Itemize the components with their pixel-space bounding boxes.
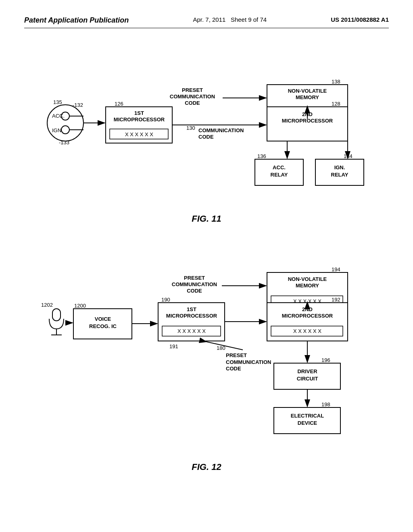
pub-date: Apr. 7, 2011 bbox=[193, 16, 225, 23]
label-1200: 1200 bbox=[74, 303, 86, 309]
preset-comm2-label2: COMMUNICATION bbox=[226, 359, 271, 365]
label-136: 136 bbox=[257, 153, 266, 159]
proc2-12-data: X X X X X X bbox=[293, 328, 321, 334]
nvm-label1: NON-VOLATILE bbox=[288, 88, 327, 94]
page-header: Patent Application Publication Apr. 7, 2… bbox=[24, 16, 389, 28]
fig11-diagram: ACC. IGN. 135 -132 -133 1ST MICROPROCESS… bbox=[25, 44, 388, 206]
electrical-label2: DEVICE bbox=[298, 420, 317, 426]
preset-comm-code-label1: PRESET bbox=[182, 87, 203, 93]
fig12-label: FIG. 12 bbox=[24, 462, 389, 472]
proc1-12-data: X X X X X X bbox=[177, 328, 206, 334]
label-194: 194 bbox=[332, 266, 340, 272]
fig11-section: ACC. IGN. 135 -132 -133 1ST MICROPROCESS… bbox=[24, 44, 389, 224]
preset-comm-code-label2: COMMUNICATION bbox=[170, 94, 215, 100]
ign-relay-label1: IGN. bbox=[334, 164, 345, 170]
patent-number: US 2011/0082882 A1 bbox=[331, 16, 389, 23]
label-130: 130 bbox=[186, 125, 195, 131]
label-128: 128 bbox=[332, 101, 340, 107]
preset-comm-code-label3: CODE bbox=[185, 100, 200, 106]
proc1-12-label2: MICROPROCESSOR bbox=[166, 313, 217, 319]
label-138: 138 bbox=[332, 79, 340, 85]
proc1-label2: MICROPROCESSOR bbox=[114, 116, 165, 123]
driver-label2: CIRCUIT bbox=[297, 376, 318, 382]
mic-arc bbox=[49, 319, 64, 329]
ign-label: IGN. bbox=[52, 127, 63, 133]
electrical-label1: ELECTRICAL bbox=[291, 413, 324, 419]
nvm-12-label1: NON-VOLATILE bbox=[288, 276, 327, 282]
header-center: Apr. 7, 2011 Sheet 9 of 74 bbox=[193, 16, 267, 23]
acc-relay-label1: ACC. bbox=[273, 164, 286, 170]
voice-recog-label2: RECOG. IC bbox=[89, 323, 117, 329]
label-135: 135 bbox=[53, 99, 62, 105]
label-132: -132 bbox=[73, 102, 83, 108]
acc-relay-label2: RELAY bbox=[271, 172, 288, 178]
proc2-12-label2: MICROPROCESSOR bbox=[282, 313, 333, 319]
nvm-12-label2: MEMORY bbox=[296, 283, 319, 289]
preset-comm-12-label2: COMMUNICATION bbox=[172, 281, 217, 287]
nvm-label2: MEMORY bbox=[296, 94, 319, 100]
label-126: 126 bbox=[115, 101, 123, 107]
publication-title: Patent Application Publication bbox=[24, 16, 129, 25]
label-191: 191 bbox=[169, 343, 178, 349]
driver-label1: DRIVER bbox=[297, 368, 317, 374]
label-190: 190 bbox=[161, 297, 170, 303]
mic-body bbox=[52, 309, 60, 321]
sheet-info: Sheet 9 of 74 bbox=[231, 16, 267, 23]
fig12-diagram: 1202 VOICE RECOG. IC 1200 1ST MICROPROCE… bbox=[25, 240, 388, 454]
preset-comm-12-label1: PRESET bbox=[184, 275, 205, 281]
preset-comm2-label1: PRESET bbox=[226, 352, 247, 358]
label-1202: 1202 bbox=[41, 302, 53, 308]
label-198: 198 bbox=[321, 401, 330, 407]
preset-comm-12-label3: CODE bbox=[187, 288, 202, 294]
fig11-label: FIG. 11 bbox=[24, 214, 389, 224]
label-133: -133 bbox=[59, 139, 69, 145]
proc1-12-label1: 1ST bbox=[187, 306, 196, 312]
proc1-data: X X X X X X bbox=[125, 131, 153, 137]
comm-code-label1: COMMUNICATION bbox=[198, 127, 244, 133]
label-196: 196 bbox=[321, 357, 330, 363]
acc-label: ACC. bbox=[52, 113, 65, 119]
page: Patent Application Publication Apr. 7, 2… bbox=[0, 0, 413, 532]
proc1-label1: 1ST bbox=[134, 110, 144, 116]
preset-comm2-label3: CODE bbox=[226, 366, 241, 372]
comm-code-label2: CODE bbox=[198, 134, 214, 140]
key-switch-outer bbox=[47, 105, 83, 141]
ign-relay-label2: RELAY bbox=[331, 172, 348, 178]
fig12-section: 1202 VOICE RECOG. IC 1200 1ST MICROPROCE… bbox=[24, 240, 389, 472]
label-192: 192 bbox=[332, 297, 340, 303]
voice-recog-label1: VOICE bbox=[95, 316, 111, 322]
